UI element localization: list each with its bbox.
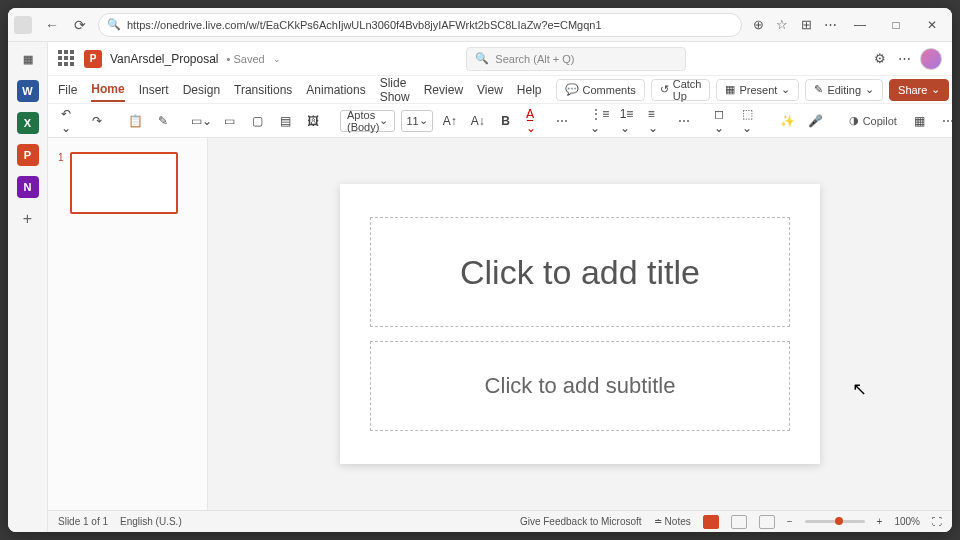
notes-button[interactable]: ≐ Notes bbox=[654, 516, 691, 527]
align-button[interactable]: ≡ ⌄ bbox=[645, 109, 667, 133]
dictate-button[interactable]: 🎤 bbox=[805, 109, 827, 133]
title-placeholder[interactable]: Click to add title bbox=[370, 217, 790, 327]
search-input[interactable]: 🔍 Search (Alt + Q) bbox=[466, 47, 686, 71]
photo-button[interactable]: 🖼 bbox=[302, 109, 324, 133]
window-minimize[interactable]: — bbox=[846, 11, 874, 39]
normal-view-button[interactable] bbox=[703, 515, 719, 529]
browser-tab[interactable] bbox=[14, 16, 32, 34]
rail-home-icon[interactable]: ▦ bbox=[17, 48, 39, 70]
increase-font-button[interactable]: A↑ bbox=[439, 109, 461, 133]
format-painter-button[interactable]: ✎ bbox=[152, 109, 174, 133]
powerpoint-logo-icon: P bbox=[84, 50, 102, 68]
title-chevron-icon[interactable]: ⌄ bbox=[273, 54, 281, 64]
shapes-button[interactable]: ◻ ⌄ bbox=[711, 109, 733, 133]
zoom-slider[interactable] bbox=[805, 520, 865, 523]
editing-button[interactable]: ✎ Editing ⌄ bbox=[805, 79, 883, 101]
search-placeholder: Search (Alt + Q) bbox=[495, 53, 574, 65]
sorter-view-button[interactable] bbox=[731, 515, 747, 529]
zoom-in-button[interactable]: + bbox=[877, 516, 883, 527]
browser-toolbar: ← ⟳ 🔍 https://onedrive.live.com/w/t/EaCK… bbox=[8, 8, 952, 42]
status-bar: Slide 1 of 1 English (U.S.) Give Feedbac… bbox=[48, 510, 952, 532]
present-button[interactable]: ▦ Present ⌄ bbox=[716, 79, 799, 101]
feedback-link[interactable]: Give Feedback to Microsoft bbox=[520, 516, 642, 527]
numbering-button[interactable]: 1≡ ⌄ bbox=[617, 109, 639, 133]
favorite-icon[interactable]: ☆ bbox=[774, 17, 790, 33]
tab-file[interactable]: File bbox=[58, 79, 77, 101]
toolbar-more-button[interactable]: ⋯ bbox=[937, 109, 952, 133]
app-launcher-icon[interactable] bbox=[58, 50, 76, 68]
rail-powerpoint-icon[interactable]: P bbox=[17, 144, 39, 166]
bullets-button[interactable]: ⋮≡ ⌄ bbox=[589, 109, 611, 133]
lock-icon: 🔍 bbox=[107, 18, 121, 31]
slide-canvas[interactable]: Click to add title Click to add subtitle bbox=[208, 138, 952, 510]
read-aloud-icon[interactable]: ⊕ bbox=[750, 17, 766, 33]
tab-view[interactable]: View bbox=[477, 79, 503, 101]
new-slide-button[interactable]: ▭⌄ bbox=[190, 109, 212, 133]
layout-button[interactable]: ▭ bbox=[218, 109, 240, 133]
tab-review[interactable]: Review bbox=[424, 79, 463, 101]
tab-animations[interactable]: Animations bbox=[306, 79, 365, 101]
back-button[interactable]: ← bbox=[42, 15, 62, 35]
decrease-font-button[interactable]: A↓ bbox=[467, 109, 489, 133]
share-button[interactable]: Share ⌄ bbox=[889, 79, 949, 101]
window-close[interactable]: ✕ bbox=[918, 11, 946, 39]
slide-button[interactable]: ▢ bbox=[246, 109, 268, 133]
rail-onenote-icon[interactable]: N bbox=[17, 176, 39, 198]
title-bar: P VanArsdel_Proposal • Saved ⌄ 🔍 Search … bbox=[48, 42, 952, 76]
collections-icon[interactable]: ⊞ bbox=[798, 17, 814, 33]
addins-button[interactable]: ▦ bbox=[909, 109, 931, 133]
rail-excel-icon[interactable]: X bbox=[17, 112, 39, 134]
tab-transitions[interactable]: Transitions bbox=[234, 79, 292, 101]
search-icon: 🔍 bbox=[475, 52, 489, 65]
para-more-button[interactable]: ⋯ bbox=[673, 109, 695, 133]
slide-counter[interactable]: Slide 1 of 1 bbox=[58, 516, 108, 527]
settings-icon[interactable]: ⚙ bbox=[872, 51, 888, 67]
thumbnail-number: 1 bbox=[58, 152, 64, 214]
paste-button[interactable]: 📋 bbox=[124, 109, 146, 133]
arrange-button[interactable]: ⬚ ⌄ bbox=[739, 109, 761, 133]
refresh-button[interactable]: ⟳ bbox=[70, 15, 90, 35]
tab-help[interactable]: Help bbox=[517, 79, 542, 101]
window-maximize[interactable]: □ bbox=[882, 11, 910, 39]
copilot-button[interactable]: ◑ Copilot bbox=[843, 114, 903, 127]
content-area: 1 Click to add title Click to add subtit… bbox=[48, 138, 952, 510]
ribbon-toolbar: ↶ ⌄ ↷ 📋 ✎ ▭⌄ ▭ ▢ ▤ 🖼 Aptos (Body)⌄ 11⌄ A… bbox=[48, 104, 952, 138]
redo-button[interactable]: ↷ bbox=[86, 109, 108, 133]
tab-insert[interactable]: Insert bbox=[139, 79, 169, 101]
zoom-level[interactable]: 100% bbox=[894, 516, 920, 527]
ribbon-tabs: File Home Insert Design Transitions Anim… bbox=[48, 76, 952, 104]
user-avatar[interactable] bbox=[920, 48, 942, 70]
rail-add-icon[interactable]: + bbox=[17, 208, 39, 230]
rail-word-icon[interactable]: W bbox=[17, 80, 39, 102]
fit-to-window-button[interactable]: ⛶ bbox=[932, 516, 942, 527]
designer-button[interactable]: ✨ bbox=[777, 109, 799, 133]
tab-home[interactable]: Home bbox=[91, 78, 124, 102]
reading-view-button[interactable] bbox=[759, 515, 775, 529]
slide-thumbnails-panel: 1 bbox=[48, 138, 208, 510]
save-status: • Saved bbox=[227, 53, 265, 65]
url-text: https://onedrive.live.com/w/t/EaCKkPs6Ac… bbox=[127, 19, 602, 31]
comments-button[interactable]: 💬 Comments bbox=[556, 79, 645, 101]
section-button[interactable]: ▤ bbox=[274, 109, 296, 133]
undo-button[interactable]: ↶ ⌄ bbox=[58, 109, 80, 133]
zoom-out-button[interactable]: − bbox=[787, 516, 793, 527]
app-rail: ▦ W X P N + bbox=[8, 42, 48, 532]
language-indicator[interactable]: English (U.S.) bbox=[120, 516, 182, 527]
tab-slideshow[interactable]: Slide Show bbox=[380, 72, 410, 108]
font-size-selector[interactable]: 11⌄ bbox=[401, 110, 432, 132]
subtitle-placeholder[interactable]: Click to add subtitle bbox=[370, 341, 790, 431]
title-more-icon[interactable]: ⋯ bbox=[896, 51, 912, 67]
font-selector[interactable]: Aptos (Body)⌄ bbox=[340, 110, 395, 132]
bold-button[interactable]: B bbox=[495, 109, 517, 133]
font-color-button[interactable]: A̲ ⌄ bbox=[523, 109, 545, 133]
font-more-button[interactable]: ⋯ bbox=[551, 109, 573, 133]
catchup-button[interactable]: ↺ Catch Up bbox=[651, 79, 711, 101]
address-bar[interactable]: 🔍 https://onedrive.live.com/w/t/EaCKkPs6… bbox=[98, 13, 742, 37]
document-name[interactable]: VanArsdel_Proposal bbox=[110, 52, 219, 66]
thumbnail-preview bbox=[70, 152, 178, 214]
thumbnail-slide-1[interactable]: 1 bbox=[58, 152, 197, 214]
slide: Click to add title Click to add subtitle bbox=[340, 184, 820, 464]
more-browser-icon[interactable]: ⋯ bbox=[822, 17, 838, 33]
tab-design[interactable]: Design bbox=[183, 79, 220, 101]
